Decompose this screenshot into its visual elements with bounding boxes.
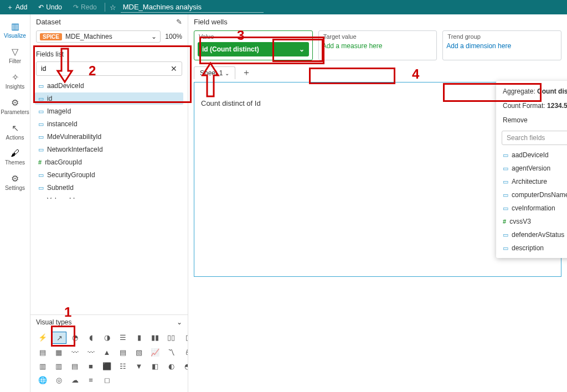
- visual-type-option[interactable]: ▤: [116, 347, 130, 358]
- sheet-tab-label: Sheet 1: [200, 69, 223, 77]
- well-title: Target value: [319, 31, 437, 41]
- plus-icon: ＋: [7, 3, 13, 12]
- value-pill[interactable]: id (Count distinct) ⌄: [198, 42, 309, 56]
- visual-type-option[interactable]: 📈: [148, 347, 162, 358]
- chevron-down-icon[interactable]: ⌄: [299, 45, 305, 53]
- collapse-icon[interactable]: ⌄: [177, 318, 182, 326]
- value-well[interactable]: Value id (Count distinct) ⌄: [194, 30, 313, 60]
- dataset-select[interactable]: SPICE MDE_Machines ⌄: [36, 30, 161, 43]
- field-item[interactable]: ▭VolumeId: [35, 194, 183, 199]
- visual-type-option[interactable]: ⬛: [100, 360, 114, 372]
- visual-type-option[interactable]: ☰: [116, 332, 130, 343]
- search-fields[interactable]: Search fields 🔍: [502, 131, 567, 145]
- menu-field-item[interactable]: ▭aadDeviceId: [498, 148, 567, 162]
- remove-row[interactable]: Remove: [496, 113, 567, 127]
- menu-field-item[interactable]: ▭agentVersion: [498, 162, 567, 175]
- visual-type-option[interactable]: ◧: [148, 360, 162, 372]
- visual-type-option[interactable]: ■: [84, 360, 97, 372]
- text-icon: ▭: [503, 192, 508, 199]
- visual-type-option[interactable]: ☷: [116, 360, 130, 372]
- fields-search[interactable]: ✕: [36, 61, 182, 76]
- field-item[interactable]: ▭SubnetId: [35, 182, 183, 194]
- fields-search-input[interactable]: [40, 64, 169, 73]
- visual-type-option[interactable]: ◎: [52, 374, 65, 385]
- field-item[interactable]: ▭id: [35, 92, 183, 105]
- menu-field-item[interactable]: ▭description: [498, 241, 567, 254]
- trend-well[interactable]: Trend group Add a dimension here: [442, 30, 561, 60]
- visual-type-option[interactable]: ▥: [52, 360, 65, 372]
- aggregate-row[interactable]: Aggregate: Count distinct ›: [496, 84, 567, 99]
- nav-label: Insights: [6, 84, 24, 90]
- visual-type-option[interactable]: 🌐: [36, 374, 49, 385]
- nav-parameters[interactable]: ⚙Parameters: [0, 94, 31, 118]
- field-item[interactable]: ▭MdeVulnerabilityId: [35, 131, 183, 143]
- sheet-tab[interactable]: Sheet 1⌄: [194, 66, 235, 79]
- menu-field-item[interactable]: ▭Architecture: [498, 175, 567, 188]
- visual-type-option[interactable]: ◖: [84, 332, 97, 343]
- visual-type-option[interactable]: ▮▮: [148, 332, 162, 343]
- visual-type-option[interactable]: ◓: [181, 360, 188, 372]
- nav-label: Visualize: [4, 33, 26, 39]
- visual-type-option[interactable]: ▤: [36, 347, 49, 358]
- menu-field-item[interactable]: #cvssV3: [498, 215, 567, 228]
- pencil-icon[interactable]: ✎: [176, 18, 182, 26]
- format-value: 1234.5678: [547, 102, 567, 110]
- menu-field-item[interactable]: ▭computerDnsName: [498, 188, 567, 202]
- visual-type-option[interactable]: 🕯: [181, 347, 188, 358]
- visual-type-option[interactable]: ▮: [132, 332, 146, 343]
- dataset-heading: Dataset: [36, 18, 61, 26]
- field-item[interactable]: ▭NetworkInterfaceId: [35, 143, 183, 156]
- visual-types-heading: Visual types: [36, 318, 71, 326]
- visual-type-option[interactable]: ◑: [100, 332, 114, 343]
- nav-insights[interactable]: ✧Insights: [0, 69, 31, 93]
- field-item[interactable]: ▭aadDeviceId: [35, 80, 183, 92]
- field-item[interactable]: #rbacGroupId: [35, 156, 183, 168]
- chevron-down-icon[interactable]: ⌄: [225, 70, 229, 76]
- visual-type-option[interactable]: ▼: [132, 360, 146, 372]
- menu-field-item[interactable]: ▭defenderAvStatus: [498, 228, 567, 241]
- nav-actions[interactable]: ↖Actions: [0, 120, 31, 144]
- add-sheet-button[interactable]: ＋: [239, 66, 254, 80]
- visual-type-option[interactable]: ▧: [132, 347, 146, 358]
- format-label: Count Format:: [503, 102, 545, 110]
- field-wells: Value id (Count distinct) ⌄ Target value…: [188, 27, 567, 64]
- nav-settings[interactable]: ⚙Settings: [0, 170, 31, 194]
- visual-type-option[interactable]: ◻: [100, 374, 114, 385]
- visual-type-option[interactable]: ▯▯: [164, 332, 178, 343]
- field-item[interactable]: ▭instanceId: [35, 118, 183, 130]
- target-well[interactable]: Target value Add a measure here: [318, 30, 437, 60]
- visual-type-option[interactable]: ▯: [181, 332, 188, 343]
- undo-button[interactable]: ↶Undo: [35, 2, 65, 12]
- visual-type-option[interactable]: ☁: [68, 374, 81, 385]
- format-row[interactable]: Count Format: 1234.5678 ›: [496, 99, 567, 113]
- visual-type-option[interactable]: ▤: [68, 360, 81, 372]
- nav-themes[interactable]: 🖌Themes: [0, 145, 31, 169]
- field-item[interactable]: ▭ImageId: [35, 105, 183, 117]
- menu-fields-list[interactable]: ▭aadDeviceId▭agentVersion▭Architecture▭c…: [498, 148, 567, 254]
- clear-icon[interactable]: ✕: [169, 64, 178, 73]
- menu-field-item[interactable]: ▭cveInformation: [498, 202, 567, 215]
- visual-type-option[interactable]: ↗: [52, 332, 66, 344]
- visual-type-option[interactable]: ◔: [68, 332, 81, 343]
- visual-type-option[interactable]: ◐: [164, 360, 178, 372]
- well-title: Value: [194, 31, 312, 41]
- field-item[interactable]: ▭SecurityGroupId: [35, 169, 183, 181]
- visual-type-option[interactable]: ▥: [36, 360, 49, 372]
- nav-filter[interactable]: ▽Filter: [0, 43, 31, 68]
- visual-type-option[interactable]: 〽: [164, 347, 178, 358]
- nav-visualize[interactable]: ▥Visualize: [0, 18, 31, 42]
- well-placeholder: Add a dimension here: [446, 42, 511, 50]
- visual-title: Count distinct of Id: [201, 99, 261, 107]
- redo-button[interactable]: ↷Redo: [70, 2, 100, 12]
- add-button[interactable]: ＋Add: [3, 2, 30, 13]
- visual-type-option[interactable]: ⚡: [36, 332, 49, 343]
- visual-type-option[interactable]: ≡: [84, 374, 97, 385]
- visual-type-option[interactable]: 〰: [68, 347, 81, 358]
- visual-type-option[interactable]: ▲: [100, 347, 114, 358]
- visual-type-option[interactable]: ▦: [52, 347, 65, 358]
- nav-label: Actions: [6, 135, 24, 141]
- favorite-icon[interactable]: ☆: [110, 3, 116, 12]
- brush-icon: 🖌: [11, 148, 19, 158]
- visual-type-option[interactable]: 〰: [84, 347, 97, 358]
- analysis-title[interactable]: MDE_Machines analysis: [121, 2, 264, 13]
